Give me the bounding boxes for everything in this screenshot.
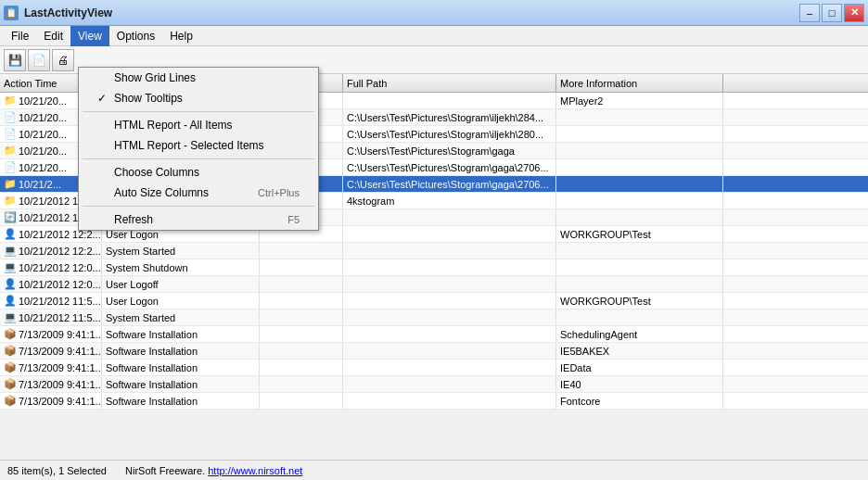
status-nirsoft: NirSoft Freeware. http://www.nirsoft.net	[125, 465, 302, 476]
table-row[interactable]: 💻10/21/2012 11:5... System Started	[0, 309, 868, 326]
cell-filename	[260, 360, 343, 375]
row-icon: 📄	[4, 128, 17, 140]
row-icon: 💻	[4, 311, 17, 323]
cell-fullpath	[343, 209, 556, 225]
maximize-button[interactable]: □	[822, 4, 842, 22]
menu-separator	[83, 206, 314, 207]
cell-action-time: 👤10/21/2012 11:5...	[0, 293, 102, 309]
table-row[interactable]: 📦7/13/2009 9:41:1... Software Installati…	[0, 326, 868, 343]
table-row[interactable]: 📦7/13/2009 9:41:1... Software Installati…	[0, 360, 868, 376]
cell-description: User Logoff	[102, 276, 260, 292]
menu-view[interactable]: View	[70, 26, 109, 46]
cell-fullpath: C:\Users\Test\Pictures\Stogram\gaga\2706…	[343, 159, 556, 175]
menu-edit[interactable]: Edit	[36, 26, 70, 46]
row-icon: 📄	[4, 111, 17, 123]
cell-fullpath: C:\Users\Test\Pictures\Stogram\iljekh\28…	[343, 126, 556, 142]
menu-file[interactable]: File	[4, 26, 36, 46]
row-icon: 👤	[4, 228, 17, 240]
cell-fullpath: 4kstogram	[343, 193, 556, 208]
cell-filename	[260, 276, 343, 292]
cell-fullpath	[343, 276, 556, 292]
menu-item-shortcut: F5	[287, 214, 300, 225]
cell-fullpath	[343, 259, 556, 275]
cell-action-time: 📦7/13/2009 9:41:1...	[0, 376, 102, 392]
cell-moreinfo	[556, 159, 723, 175]
cell-fullpath	[343, 93, 556, 108]
cell-moreinfo: SchedulingAgent	[556, 326, 723, 342]
table-row[interactable]: 👤10/21/2012 12:0... User Logoff	[0, 276, 868, 293]
toolbar-save[interactable]: 💾	[4, 49, 26, 71]
menu-item-show-tooltips[interactable]: ✓Show Tooltips	[79, 88, 318, 108]
table-row[interactable]: 💻10/21/2012 12:2... System Started	[0, 243, 868, 259]
menu-item-html-report-all[interactable]: HTML Report - All Items	[79, 115, 318, 135]
cell-description: Software Installation	[102, 326, 260, 342]
menu-item-label: HTML Report - Selected Items	[114, 139, 300, 152]
row-icon: 📦	[4, 345, 17, 357]
cell-moreinfo	[556, 126, 723, 142]
cell-fullpath	[343, 243, 556, 259]
cell-description: System Started	[102, 309, 260, 325]
statusbar: 85 item(s), 1 Selected NirSoft Freeware.…	[0, 460, 868, 480]
row-icon: 💻	[4, 245, 17, 257]
toolbar-print[interactable]: 🖨	[52, 49, 74, 71]
cell-filename	[260, 326, 343, 342]
menu-item-auto-size-columns[interactable]: Auto Size ColumnsCtrl+Plus	[79, 183, 318, 203]
cell-filename	[260, 376, 343, 392]
row-icon: 📦	[4, 328, 17, 340]
cell-filename	[260, 259, 343, 275]
menu-item-label: Show Grid Lines	[114, 71, 300, 84]
cell-filename	[260, 243, 343, 259]
cell-fullpath	[343, 393, 556, 409]
cell-moreinfo: IEData	[556, 360, 723, 375]
row-icon: 📁	[4, 195, 17, 207]
menu-help[interactable]: Help	[162, 26, 200, 46]
row-icon: 📁	[4, 145, 17, 157]
cell-moreinfo: WORKGROUP\Test	[556, 293, 723, 309]
cell-moreinfo	[556, 209, 723, 225]
cell-moreinfo	[556, 243, 723, 259]
row-icon: 🔄	[4, 211, 17, 223]
cell-fullpath	[343, 293, 556, 309]
menu-item-html-report-selected[interactable]: HTML Report - Selected Items	[79, 135, 318, 156]
menu-item-choose-columns[interactable]: Choose Columns	[79, 162, 318, 183]
menu-item-label: Auto Size Columns	[114, 186, 230, 199]
menu-checkmark	[97, 213, 112, 226]
cell-fullpath: C:\Users\Test\Pictures\Stogram\gaga	[343, 143, 556, 158]
menu-item-refresh[interactable]: RefreshF5	[79, 209, 318, 230]
row-icon: 📄	[4, 161, 17, 173]
cell-moreinfo: IE5BAKEX	[556, 343, 723, 359]
nirsoft-text: NirSoft Freeware.	[125, 465, 208, 476]
cell-moreinfo	[556, 143, 723, 158]
cell-fullpath	[343, 226, 556, 242]
table-row[interactable]: 👤10/21/2012 11:5... User Logon WORKGROUP…	[0, 293, 868, 309]
cell-action-time: 📦7/13/2009 9:41:1...	[0, 343, 102, 359]
menu-checkmark	[97, 119, 112, 132]
col-header-moreinfo: More Information	[556, 74, 723, 92]
menu-checkmark: ✓	[97, 92, 112, 105]
cell-moreinfo: IE40	[556, 376, 723, 392]
table-row[interactable]: 📦7/13/2009 9:41:1... Software Installati…	[0, 393, 868, 410]
app-title: LastActivityView	[24, 6, 112, 19]
cell-moreinfo	[556, 259, 723, 275]
table-row[interactable]: 💻10/21/2012 12:0... System Shutdown	[0, 259, 868, 276]
view-dropdown-menu: Show Grid Lines✓Show Tooltips HTML Repor…	[78, 67, 319, 231]
nirsoft-link[interactable]: http://www.nirsoft.net	[208, 465, 302, 476]
close-button[interactable]: ✕	[844, 4, 864, 22]
titlebar-left: 📋 LastActivityView	[4, 6, 112, 20]
minimize-button[interactable]: –	[799, 4, 820, 22]
cell-action-time: 💻10/21/2012 11:5...	[0, 309, 102, 325]
menu-item-label: Refresh	[114, 213, 260, 226]
cell-description: Software Installation	[102, 393, 260, 409]
cell-fullpath: C:\Users\Test\Pictures\Stogram\iljekh\28…	[343, 109, 556, 125]
table-row[interactable]: 📦7/13/2009 9:41:1... Software Installati…	[0, 343, 868, 360]
cell-description: System Started	[102, 243, 260, 259]
toolbar-new[interactable]: 📄	[28, 49, 50, 71]
menu-item-show-grid-lines[interactable]: Show Grid Lines	[79, 68, 318, 88]
cell-moreinfo	[556, 309, 723, 325]
cell-action-time: 📦7/13/2009 9:41:1...	[0, 326, 102, 342]
menu-options[interactable]: Options	[109, 26, 162, 46]
cell-action-time: 👤10/21/2012 12:0...	[0, 276, 102, 292]
menu-item-shortcut: Ctrl+Plus	[258, 187, 300, 198]
table-row[interactable]: 📦7/13/2009 9:41:1... Software Installati…	[0, 376, 868, 393]
cell-description: System Shutdown	[102, 259, 260, 275]
